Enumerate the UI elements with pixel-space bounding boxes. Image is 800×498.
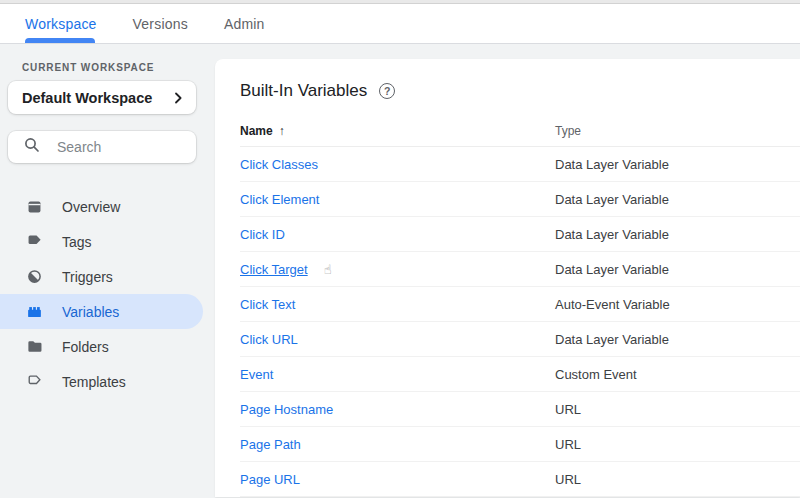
sidebar-item-variables[interactable]: Variables (0, 294, 203, 329)
current-workspace-label: CURRENT WORKSPACE (22, 62, 215, 73)
help-icon[interactable]: ? (379, 83, 395, 99)
table-row[interactable]: Page Path URL (240, 427, 800, 462)
sidebar-item-triggers[interactable]: Triggers (0, 259, 203, 294)
variable-link[interactable]: Click Text (240, 297, 295, 312)
variable-link[interactable]: Click ID (240, 227, 285, 242)
table-row[interactable]: Page URL URL (240, 462, 800, 497)
main-nav: Workspace Versions Admin (0, 4, 800, 44)
template-icon (24, 372, 44, 392)
sidebar-item-label: Variables (62, 304, 119, 320)
sidebar: CURRENT WORKSPACE Default Workspace Over… (0, 44, 215, 497)
variable-link[interactable]: Click Element (240, 192, 319, 207)
variable-type: Data Layer Variable (555, 227, 800, 242)
variable-type: Data Layer Variable (555, 262, 800, 277)
variable-link[interactable]: Click Target (240, 262, 308, 277)
table-row[interactable]: Click Element Data Layer Variable (240, 182, 800, 217)
table-header: Name↑ Type (240, 115, 800, 147)
variable-link[interactable]: Click URL (240, 332, 298, 347)
sidebar-item-label: Tags (62, 234, 92, 250)
variables-brick-icon (24, 302, 44, 322)
sidebar-item-label: Overview (62, 199, 120, 215)
variable-type: Custom Event (555, 367, 800, 382)
variable-link[interactable]: Page Hostname (240, 402, 333, 417)
tab-workspace[interactable]: Workspace (25, 4, 97, 43)
search-box[interactable] (8, 131, 196, 163)
variable-type: URL (555, 472, 800, 487)
tab-admin-label: Admin (224, 16, 265, 32)
table-row[interactable]: Click URL Data Layer Variable (240, 322, 800, 357)
sidebar-item-label: Templates (62, 374, 126, 390)
table-row[interactable]: Click Text Auto-Event Variable (240, 287, 800, 322)
table-row[interactable]: Event Custom Event (240, 357, 800, 392)
search-input[interactable] (57, 139, 186, 155)
tab-versions-label: Versions (133, 16, 188, 32)
variable-link[interactable]: Page URL (240, 472, 300, 487)
column-header-name[interactable]: Name↑ (240, 124, 555, 138)
table-row[interactable]: Click Target ☝ Data Layer Variable (240, 252, 800, 287)
tab-versions[interactable]: Versions (133, 4, 188, 43)
workspace-selector[interactable]: Default Workspace (8, 81, 196, 114)
content-card: Built-In Variables ? Name↑ Type Click Cl… (215, 59, 800, 497)
sidebar-menu: Overview Tags Triggers Variables (0, 189, 215, 399)
variable-type: Auto-Event Variable (555, 297, 800, 312)
sidebar-item-templates[interactable]: Templates (0, 364, 203, 399)
table-row[interactable]: Click Classes Data Layer Variable (240, 147, 800, 182)
column-header-type[interactable]: Type (555, 124, 800, 138)
variable-link[interactable]: Page Path (240, 437, 301, 452)
variable-link[interactable]: Click Classes (240, 157, 318, 172)
active-tab-indicator (25, 38, 95, 43)
sidebar-item-label: Triggers (62, 269, 113, 285)
variable-type: URL (555, 402, 800, 417)
sidebar-item-folders[interactable]: Folders (0, 329, 203, 364)
variable-type: Data Layer Variable (555, 192, 800, 207)
tab-workspace-label: Workspace (25, 16, 97, 32)
search-icon (24, 137, 40, 157)
trigger-icon (24, 267, 44, 287)
variable-type: URL (555, 437, 800, 452)
tab-admin[interactable]: Admin (224, 4, 265, 43)
page-title: Built-In Variables (240, 81, 367, 101)
sidebar-item-label: Folders (62, 339, 109, 355)
folder-icon (24, 337, 44, 357)
sidebar-item-overview[interactable]: Overview (0, 189, 203, 224)
tag-icon (24, 232, 44, 252)
overview-icon (24, 197, 44, 217)
table-row[interactable]: Click ID Data Layer Variable (240, 217, 800, 252)
table-row[interactable]: Page Hostname URL (240, 392, 800, 427)
variable-link[interactable]: Event (240, 367, 273, 382)
variable-type: Data Layer Variable (555, 332, 800, 347)
workspace-name: Default Workspace (22, 90, 152, 106)
sort-ascending-icon: ↑ (279, 124, 285, 138)
sidebar-item-tags[interactable]: Tags (0, 224, 203, 259)
variable-type: Data Layer Variable (555, 157, 800, 172)
pointer-cursor-icon: ☝ (324, 262, 332, 277)
chevron-right-icon (172, 92, 184, 104)
